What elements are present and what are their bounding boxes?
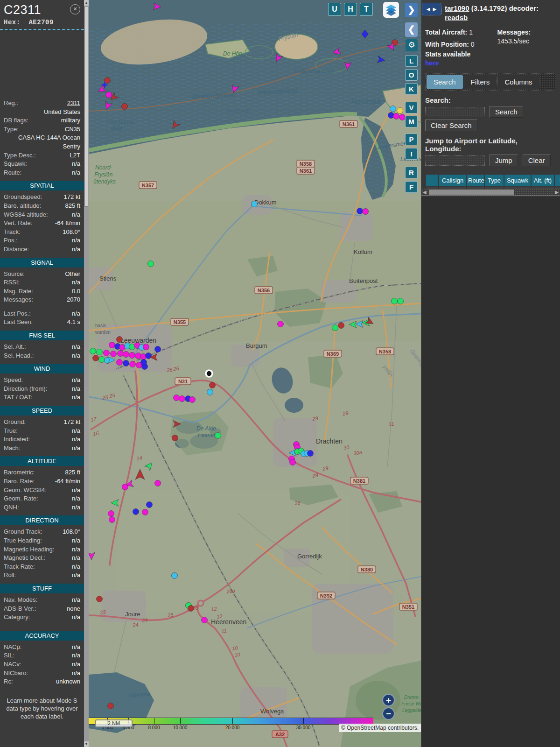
detail-value[interactable]: 2311 (21, 99, 80, 108)
aircraft-marker[interactable] (393, 113, 399, 120)
aircraft-marker[interactable] (363, 209, 369, 215)
aircraft-marker[interactable] (398, 298, 404, 304)
aircraft-marker[interactable] (338, 323, 344, 329)
map-button-k[interactable]: K (405, 83, 418, 95)
aircraft-marker[interactable] (155, 346, 161, 352)
jump-input[interactable] (425, 155, 485, 166)
tab-columns[interactable]: Columns (497, 75, 539, 89)
search-button[interactable]: Search (490, 106, 523, 118)
aircraft-marker[interactable] (109, 342, 115, 348)
aircraft-marker[interactable] (143, 344, 149, 350)
map-button-o[interactable]: O (405, 69, 418, 81)
aircraft-marker[interactable] (252, 201, 258, 207)
aircraft-marker[interactable] (172, 573, 178, 579)
aircraft-marker[interactable] (155, 480, 161, 486)
hscroll-thumb[interactable] (429, 190, 514, 195)
map-button-h[interactable]: H (344, 3, 357, 16)
stats-here-link[interactable]: here (425, 59, 439, 67)
aircraft-marker[interactable] (308, 451, 314, 457)
aircraft-marker[interactable] (106, 92, 112, 98)
column-header[interactable]: Spd. (555, 175, 560, 186)
jump-button[interactable]: Jump (490, 155, 518, 166)
sidebar-toggle-button[interactable]: ◄► (422, 3, 441, 15)
aircraft-marker[interactable] (141, 359, 147, 366)
aircraft-marker[interactable] (97, 349, 103, 355)
close-icon[interactable]: ✕ (70, 4, 80, 14)
aircraft-marker[interactable] (135, 353, 141, 359)
aircraft-marker[interactable] (179, 396, 185, 402)
map-button-l[interactable]: L (405, 55, 418, 67)
aircraft-marker[interactable] (90, 348, 96, 354)
aircraft-marker[interactable] (174, 395, 180, 401)
next-aircraft-button[interactable]: ❯ (405, 3, 418, 17)
aircraft-marker[interactable] (123, 352, 129, 358)
map-button-r[interactable]: R (405, 167, 418, 178)
aircraft-marker[interactable] (104, 350, 110, 356)
aircraft-marker[interactable] (99, 357, 105, 363)
aircraft-marker[interactable] (207, 389, 213, 395)
map-button-m[interactable]: M (405, 116, 418, 127)
tab-filters[interactable]: Filters (464, 75, 497, 89)
aircraft-marker[interactable] (332, 325, 338, 331)
aircraft-marker[interactable] (278, 321, 284, 327)
aircraft-marker[interactable] (122, 104, 128, 110)
column-header[interactable]: Squawk (504, 175, 531, 186)
map-button-v[interactable]: V (405, 102, 418, 113)
aircraft-marker[interactable] (108, 511, 114, 517)
aircraft-marker[interactable] (146, 353, 152, 359)
aircraft-marker[interactable] (399, 114, 406, 120)
aircraft-marker[interactable] (148, 261, 154, 267)
aircraft-marker[interactable] (111, 351, 117, 357)
aircraft-marker[interactable] (130, 361, 136, 367)
zoom-in-button[interactable]: + (382, 694, 395, 706)
aircraft-marker[interactable] (388, 113, 394, 119)
settings-gear-button[interactable]: ⚙ (406, 39, 418, 51)
map-canvas[interactable]: FryslânDe HônEngelsmanplaatAmelanderwadW… (89, 0, 421, 747)
aircraft-marker[interactable] (188, 606, 194, 612)
aircraft-marker[interactable] (97, 596, 103, 602)
column-header[interactable]: Route (467, 175, 484, 186)
aircraft-marker[interactable] (133, 509, 139, 515)
layers-button[interactable] (383, 2, 399, 18)
map-button-i[interactable]: I (405, 148, 418, 160)
aircraft-marker[interactable] (392, 298, 398, 304)
aircraft-table-header[interactable]: CallsignRouteTypeSquawkAlt. (ft)Spd. (426, 175, 560, 186)
aircraft-marker[interactable] (140, 354, 147, 360)
aircraft-marker[interactable] (117, 359, 123, 366)
aircraft-marker[interactable] (172, 435, 178, 441)
table-horizontal-scrollbar[interactable]: ◀ ▶ (421, 189, 560, 196)
zoom-out-button[interactable]: − (382, 707, 395, 720)
jump-clear-button[interactable]: Clear (523, 155, 551, 166)
tab-search[interactable]: Search (427, 75, 463, 89)
column-header[interactable]: Type (485, 175, 504, 186)
prev-aircraft-button[interactable]: ❮ (405, 22, 418, 37)
aircraft-marker[interactable] (202, 617, 208, 623)
clear-search-button[interactable]: Clear Search (425, 120, 477, 131)
search-input[interactable] (425, 107, 485, 117)
column-header[interactable] (426, 175, 438, 186)
aircraft-marker[interactable] (357, 208, 363, 214)
aircraft-marker[interactable] (189, 397, 196, 403)
map-button-f[interactable]: F (405, 181, 418, 193)
aircraft-marker[interactable] (93, 355, 99, 361)
scroll-up-icon[interactable]: ▲ (84, 0, 89, 6)
aircraft-marker[interactable] (147, 502, 153, 508)
left-panel-scrollbar[interactable]: ▲ ▼ (84, 0, 89, 747)
map-button-u[interactable]: U (328, 3, 341, 16)
scrollbar-thumb[interactable] (84, 6, 88, 207)
aircraft-marker[interactable] (105, 78, 111, 84)
map-button-p[interactable]: P (405, 134, 418, 145)
aircraft-marker[interactable] (142, 509, 148, 515)
aircraft-marker[interactable] (290, 459, 296, 465)
aircraft-marker[interactable] (390, 106, 396, 112)
aircraft-marker[interactable] (210, 382, 216, 388)
aircraft-marker[interactable] (215, 433, 221, 439)
aircraft-marker[interactable] (118, 351, 124, 357)
column-header[interactable]: Alt. (ft) (532, 175, 554, 186)
readsb-link[interactable]: readsb (445, 14, 468, 21)
aircraft-marker[interactable] (109, 517, 115, 523)
aircraft-marker[interactable] (122, 484, 128, 490)
aircraft-marker[interactable] (108, 703, 114, 709)
aircraft-marker[interactable] (397, 108, 403, 114)
scroll-right-icon[interactable]: ▶ (555, 189, 559, 195)
